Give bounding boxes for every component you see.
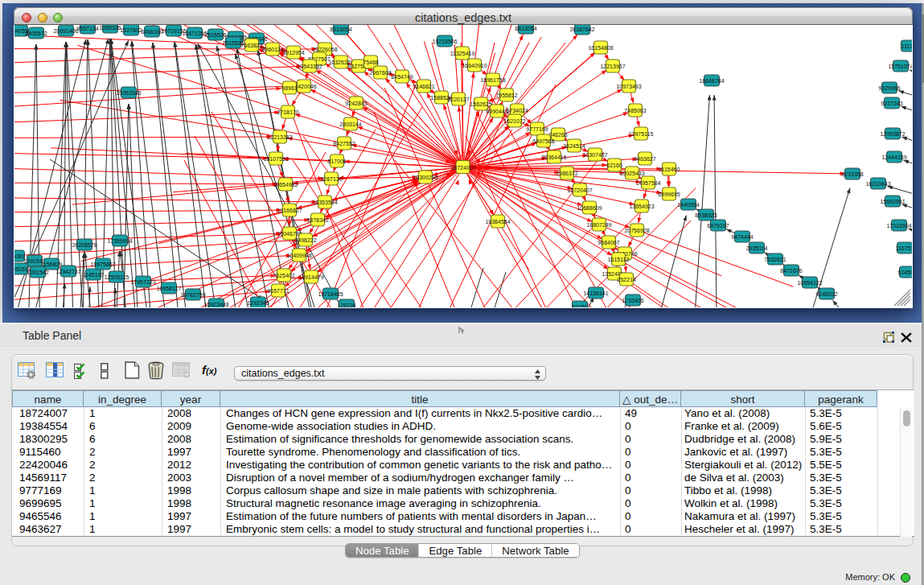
svg-text:7632621: 7632621 (764, 257, 786, 262)
svg-text:8219358: 8219358 (841, 171, 863, 177)
svg-text:13654923: 13654923 (629, 204, 654, 209)
svg-text:16914479: 16914479 (298, 274, 323, 280)
svg-text:6734024: 6734024 (506, 108, 528, 113)
svg-text:75468: 75468 (363, 60, 379, 65)
svg-text:13975115: 13975115 (629, 131, 654, 137)
svg-text:8220137: 8220137 (447, 97, 469, 102)
svg-text:19384554: 19384554 (485, 219, 510, 225)
svg-text:3498222: 3498222 (294, 237, 316, 243)
svg-text:7625402: 7625402 (273, 273, 294, 278)
svg-text:11325419: 11325419 (450, 51, 475, 56)
svg-text:20053346: 20053346 (116, 90, 141, 96)
svg-text:1527602: 1527602 (120, 27, 142, 33)
svg-text:6466160: 6466160 (141, 29, 162, 35)
svg-text:10973493: 10973493 (616, 84, 641, 89)
svg-text:9115460: 9115460 (659, 167, 680, 172)
svg-text:10654122: 10654122 (797, 280, 822, 286)
svg-text:9146821: 9146821 (413, 84, 434, 89)
svg-text:6479197: 6479197 (707, 223, 729, 229)
svg-text:1621072: 1621072 (503, 118, 525, 124)
svg-text:8960124: 8960124 (261, 47, 283, 52)
svg-text:9657771: 9657771 (267, 288, 289, 294)
svg-text:6497568: 6497568 (532, 138, 554, 144)
svg-text:19975867: 19975867 (90, 262, 115, 267)
svg-text:12409948: 12409948 (286, 253, 311, 258)
svg-text:1440954: 1440954 (677, 202, 699, 208)
svg-text:16210643: 16210643 (865, 181, 890, 187)
svg-text:17359934: 17359934 (107, 238, 132, 244)
svg-text:20364416: 20364416 (541, 154, 566, 160)
svg-text:8454749: 8454749 (391, 74, 413, 80)
svg-text:1065326: 1065326 (99, 25, 121, 31)
svg-text:116753: 116753 (896, 245, 912, 251)
svg-text:12923448: 12923448 (203, 302, 228, 307)
svg-text:8471676: 8471676 (780, 268, 802, 274)
svg-text:9474444: 9474444 (731, 234, 753, 240)
svg-text:98961: 98961 (281, 85, 298, 91)
svg-text:20756928: 20756928 (624, 228, 649, 233)
svg-text:8813054: 8813054 (515, 26, 536, 31)
svg-text:16671355: 16671355 (182, 31, 207, 36)
svg-text:1292345: 1292345 (247, 300, 269, 306)
svg-text:1733426: 1733426 (622, 298, 643, 303)
svg-text:1145197: 1145197 (83, 272, 105, 278)
svg-text:8938923: 8938923 (695, 212, 717, 218)
svg-text:92450: 92450 (572, 304, 588, 308)
svg-text:10782759: 10782759 (180, 292, 205, 298)
svg-text:16961758: 16961758 (480, 77, 505, 83)
svg-text:16046786: 16046786 (277, 231, 302, 237)
svg-text:10958117: 10958117 (157, 286, 182, 291)
svg-text:1615112: 1615112 (608, 257, 630, 262)
svg-text:20691406: 20691406 (53, 28, 78, 34)
svg-text:924502: 924502 (897, 270, 912, 275)
svg-text:26187642: 26187642 (569, 27, 594, 32)
svg-text:14957584: 14957584 (635, 180, 660, 186)
svg-text:9463627: 9463627 (634, 156, 655, 162)
svg-text:7515526: 7515526 (204, 32, 226, 38)
svg-text:9242843: 9242843 (345, 101, 367, 106)
svg-text:19166827: 19166827 (277, 208, 302, 213)
svg-text:7955812: 7955812 (495, 93, 517, 98)
svg-text:9684067: 9684067 (598, 240, 619, 245)
svg-text:16107553: 16107553 (263, 156, 288, 162)
svg-text:18807249: 18807249 (586, 222, 611, 228)
svg-text:2405572: 2405572 (25, 31, 47, 36)
svg-text:10307487: 10307487 (582, 152, 607, 158)
svg-text:817006: 817006 (327, 159, 346, 164)
svg-text:15751074: 15751074 (888, 64, 912, 69)
svg-text:2718170: 2718170 (277, 109, 298, 115)
svg-text:5878342: 5878342 (306, 217, 328, 223)
svg-text:9227343: 9227343 (881, 101, 902, 106)
svg-text:8313054: 8313054 (330, 27, 351, 32)
svg-text:2935114: 2935114 (746, 245, 768, 251)
svg-text:17957223: 17957223 (130, 279, 155, 285)
svg-text:2967608: 2967608 (369, 70, 391, 76)
svg-text:1156829: 1156829 (41, 262, 63, 267)
svg-text:9557134: 9557134 (76, 26, 98, 31)
svg-text:8427552: 8427552 (333, 141, 355, 146)
svg-text:129234: 129234 (337, 303, 355, 308)
svg-text:12213967: 12213967 (600, 64, 625, 69)
svg-text:2986372: 2986372 (556, 171, 577, 176)
svg-text:9777169: 9777169 (526, 126, 548, 132)
svg-text:12093872: 12093872 (880, 131, 905, 137)
svg-text:3267130: 3267130 (320, 176, 342, 182)
svg-text:16648784: 16648784 (699, 78, 724, 84)
svg-text:16640910: 16640910 (462, 63, 487, 68)
svg-text:12444159: 12444159 (881, 154, 906, 160)
svg-text:12213383: 12213383 (267, 134, 292, 140)
svg-text:10688609: 10688609 (577, 205, 602, 211)
svg-text:10543392: 10543392 (297, 64, 322, 69)
svg-text:7663822: 7663822 (240, 43, 262, 48)
svg-text:20208578: 20208578 (72, 242, 97, 248)
svg-text:9329966: 9329966 (878, 85, 900, 91)
svg-text:19654982: 19654982 (273, 182, 298, 187)
svg-text:62160: 62160 (606, 163, 622, 168)
svg-text:8990443: 8990443 (486, 109, 507, 114)
svg-text:18724007: 18724007 (450, 165, 475, 171)
svg-text:15692951: 15692951 (880, 199, 905, 204)
svg-text:3624514: 3624514 (563, 143, 585, 149)
svg-text:14136141: 14136141 (583, 290, 608, 296)
svg-text:9245032: 9245032 (815, 291, 837, 297)
svg-text:15720407: 15720407 (567, 187, 592, 193)
